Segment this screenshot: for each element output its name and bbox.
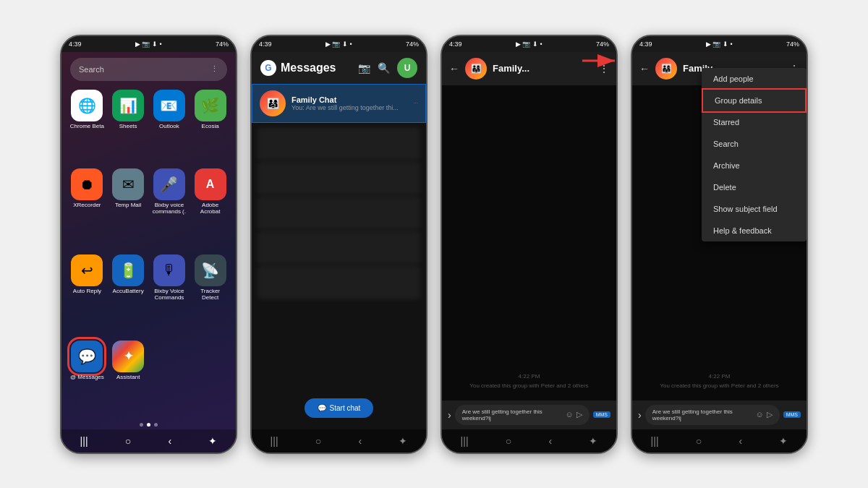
app-messages[interactable]: 💬 @ Messages <box>69 341 106 416</box>
chat-header-avatar-4: 👨‍👩‍👧 <box>655 58 677 80</box>
message-bubble-4[interactable]: Are we still getting together this weeke… <box>645 405 780 425</box>
tracker-icon: 📡 <box>195 254 226 286</box>
bixbycmd-icon: 🎙 <box>153 254 185 286</box>
bubble-icons-4: ☺ ▷ <box>755 410 772 419</box>
menu-archive[interactable]: Archive <box>702 155 807 176</box>
nav-bixby-4[interactable]: ✦ <box>779 435 788 447</box>
autoreply-icon: ↩ <box>71 254 103 286</box>
app-autoreply[interactable]: ↩ Auto Reply <box>69 254 106 336</box>
menu-help[interactable]: Help & feedback <box>702 220 807 241</box>
nav-bixby-1[interactable]: ✦ <box>208 435 217 447</box>
status-bar-2: 4:39 ▶ 📷 ⬇ • 74% <box>252 36 426 52</box>
menu-delete[interactable]: Delete <box>702 176 807 198</box>
messages-label: @ Messages <box>70 374 104 381</box>
send-icon-4[interactable]: ▷ <box>767 410 773 419</box>
app-bixby[interactable]: 🎤 Bixby voice commands (. <box>151 168 188 250</box>
bubble-icons-3: ☺ ▷ <box>565 410 582 419</box>
camera-icon[interactable]: 📷 <box>358 62 370 74</box>
app-bixbycmd[interactable]: 🎙 Bixby Voice Commands <box>151 254 188 336</box>
chat-time-3: 4:22 PM <box>448 373 610 380</box>
app-grid: 🌐 Chrome Beta 📊 Sheets 📧 Outlook 🌿 Ecosi… <box>61 85 236 420</box>
header-icons: 📷 🔍 U <box>358 58 417 78</box>
send-icon[interactable]: ▷ <box>576 410 582 419</box>
expand-icon[interactable]: › <box>448 409 451 421</box>
nav-home-1[interactable]: ○ <box>125 435 131 447</box>
accubattery-icon: 🔋 <box>112 254 144 286</box>
nav-back-1[interactable]: ‹ <box>168 435 171 447</box>
nav-home-2[interactable]: ○ <box>315 435 321 447</box>
app-outlook[interactable]: 📧 Outlook <box>151 90 188 165</box>
app-chrome[interactable]: 🌐 Chrome Beta <box>69 90 106 165</box>
mms-badge-3: MMS <box>593 411 610 418</box>
nav-home-3[interactable]: ○ <box>506 435 511 447</box>
bixby-icon: 🎤 <box>153 168 185 200</box>
tempmail-icon: ✉ <box>112 168 144 200</box>
dot-3 <box>154 423 158 427</box>
app-adobe[interactable]: A Adobe Acrobat <box>192 168 229 250</box>
ecosia-label: Ecosia <box>202 124 219 130</box>
chat-time-4: 4:22 PM <box>638 373 801 380</box>
status-icons-1: ▶ 📷 ⬇ • <box>135 40 162 48</box>
menu-starred[interactable]: Starred <box>702 111 807 133</box>
status-battery-3: 74% <box>596 40 609 48</box>
chat-bubble-icon: 💬 <box>318 404 326 412</box>
menu-add-people[interactable]: Add people <box>702 68 807 90</box>
status-icons-3: ▶ 📷 ⬇ • <box>516 40 542 48</box>
app-sheets[interactable]: 📊 Sheets <box>110 90 147 165</box>
app-accubattery[interactable]: 🔋 AccuBattery <box>110 254 147 336</box>
nav-recents-4[interactable]: ||| <box>651 435 659 447</box>
blurred-chat-5 <box>258 266 420 299</box>
chat-system-msg-4: You created this group with Peter and 2 … <box>638 382 801 389</box>
nav-recents-1[interactable]: ||| <box>80 435 88 447</box>
family-chat-avatar: 👨‍👩‍👧 <box>260 90 286 116</box>
blurred-chats <box>252 123 426 393</box>
assistant-label: Assistant <box>116 374 140 381</box>
family-chat-preview: You: Are we still getting together thi..… <box>292 104 407 111</box>
status-bar-1: 4:39 ▶ 📷 ⬇ • 74% <box>61 36 236 52</box>
messages-icon: 💬 <box>71 341 103 372</box>
family-chat-item[interactable]: 👨‍👩‍👧 Family Chat You: Are we still gett… <box>252 84 426 123</box>
emoji-icon[interactable]: ☺ <box>565 410 573 419</box>
chat-body-3: 4:22 PM You created this group with Pete… <box>442 85 616 401</box>
app-tempmail[interactable]: ✉ Temp Mail <box>110 168 147 250</box>
search-bar[interactable]: Search ⋮ <box>70 58 227 81</box>
nav-recents-3[interactable]: ||| <box>461 435 469 447</box>
blurred-chat-1 <box>258 127 420 160</box>
family-chat-name: Family Chat <box>292 95 407 104</box>
nav-home-4[interactable]: ○ <box>696 435 702 447</box>
back-arrow-icon-4[interactable]: ← <box>639 63 650 74</box>
nav-recents-2[interactable]: ||| <box>271 435 278 447</box>
menu-search[interactable]: Search <box>702 133 807 155</box>
chat-screen: ← 👨‍👩‍👧 Family... ⋮ 4:22 PM You created … <box>442 52 616 453</box>
message-input-row-4: › Are we still getting together this wee… <box>632 401 807 429</box>
message-bubble-3[interactable]: Are we still getting together this weeke… <box>455 405 590 425</box>
emoji-icon-4[interactable]: ☺ <box>755 410 763 419</box>
menu-group-details[interactable]: Group details <box>703 90 805 111</box>
sheets-label: Sheets <box>119 124 137 130</box>
user-avatar[interactable]: U <box>397 58 417 78</box>
app-assistant[interactable]: ✦ Assistant <box>110 341 147 416</box>
blurred-chat-2 <box>258 162 420 195</box>
start-chat-button[interactable]: 💬 Start chat <box>305 398 374 418</box>
app-ecosia[interactable]: 🌿 Ecosia <box>192 90 229 165</box>
nav-back-2[interactable]: ‹ <box>358 435 362 447</box>
start-chat-container: 💬 Start chat <box>252 393 426 429</box>
nav-bixby-3[interactable]: ✦ <box>589 435 597 447</box>
nav-bixby-2[interactable]: ✦ <box>399 435 407 447</box>
nav-bar-2: ||| ○ ‹ ✦ <box>252 429 426 453</box>
nav-back-4[interactable]: ‹ <box>739 435 742 447</box>
status-icons-2: ▶ 📷 ⬇ • <box>326 40 352 48</box>
menu-show-subject[interactable]: Show subject field <box>702 198 807 220</box>
app-xrecorder[interactable]: ⏺ XRecorder <box>69 168 106 250</box>
status-battery-4: 74% <box>786 40 799 48</box>
expand-icon-4[interactable]: › <box>638 409 642 421</box>
status-bar-3: 4:39 ▶ 📷 ⬇ • 74% <box>442 36 616 52</box>
outlook-icon: 📧 <box>153 90 185 121</box>
page-dots <box>61 420 236 429</box>
search-icon[interactable]: 🔍 <box>378 62 390 74</box>
app-tracker[interactable]: 📡 Tracker Detect <box>192 254 229 336</box>
family-chat-info: Family Chat You: Are we still getting to… <box>292 95 407 111</box>
back-arrow-icon[interactable]: ← <box>449 63 459 74</box>
status-icons-4: ▶ 📷 ⬇ • <box>706 40 733 48</box>
nav-back-3[interactable]: ‹ <box>548 435 552 447</box>
